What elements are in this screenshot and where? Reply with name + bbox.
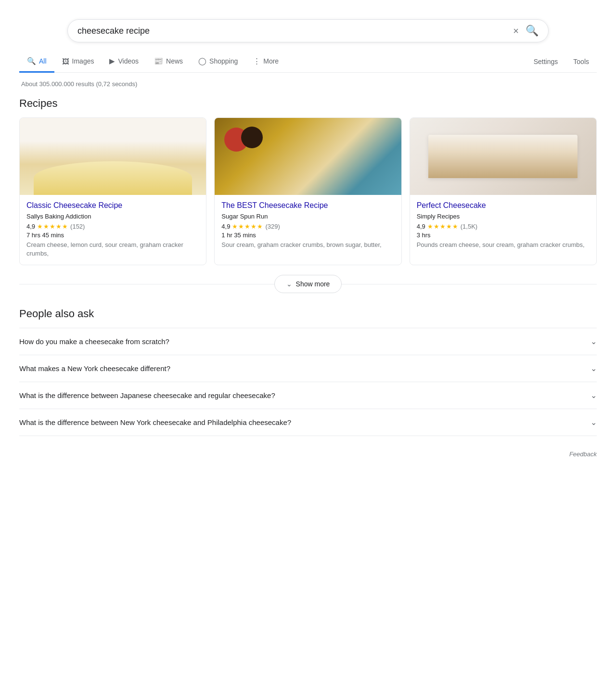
images-icon: 🖼 — [62, 57, 69, 65]
tab-shopping[interactable]: ◯ Shopping — [191, 52, 245, 73]
paa-item-4[interactable]: What is the difference between New York … — [19, 409, 597, 436]
paa-item-2[interactable]: What makes a New York cheesecake differe… — [19, 355, 597, 382]
recipe-card-3-title[interactable]: Perfect Cheesecake — [417, 201, 590, 211]
paa-section: People also ask How do you make a cheese… — [19, 308, 597, 436]
recipes-section: Recipes Classic Cheesecake Recipe Sallys… — [19, 97, 597, 293]
videos-icon: ▶ — [109, 57, 115, 65]
paa-chevron-3-icon: ⌄ — [590, 391, 597, 400]
recipe-card-1[interactable]: Classic Cheesecake Recipe Sallys Baking … — [19, 117, 206, 265]
recipe-card-3-ingredients: Pounds cream cheese, sour cream, graham … — [417, 241, 590, 249]
recipes-section-title: Recipes — [19, 97, 597, 110]
recipe-card-2-time: 1 hr 35 mins — [221, 232, 394, 239]
recipe-card-2-title[interactable]: The BEST Cheesecake Recipe — [221, 201, 394, 211]
recipe-card-1-stars: ★★★★★ — [37, 223, 68, 230]
recipe-card-1-image — [20, 118, 206, 195]
feedback[interactable]: Feedback — [19, 450, 597, 458]
recipe-card-3[interactable]: Perfect Cheesecake Simply Recipes 4,9 ★★… — [410, 117, 597, 265]
all-icon: 🔍 — [27, 57, 36, 65]
show-more-button[interactable]: ⌄ Show more — [274, 275, 342, 293]
recipe-card-2-body: The BEST Cheesecake Recipe Sugar Spun Ru… — [215, 195, 401, 256]
paa-chevron-1-icon: ⌄ — [590, 337, 597, 346]
paa-question-2: What makes a New York cheesecake differe… — [19, 364, 170, 373]
recipe-card-3-body: Perfect Cheesecake Simply Recipes 4,9 ★★… — [410, 195, 596, 256]
paa-item-1[interactable]: How do you make a cheesecake from scratc… — [19, 328, 597, 355]
recipe-card-2-rating-value: 4,9 — [221, 223, 230, 230]
news-icon: 📰 — [154, 57, 163, 65]
paa-chevron-4-icon: ⌄ — [590, 418, 597, 427]
recipe-card-2-stars: ★★★★★ — [232, 223, 263, 230]
recipe-card-1-source: Sallys Baking Addiction — [26, 213, 199, 220]
search-icon[interactable]: 🔍 — [526, 25, 539, 37]
tab-news-label: News — [166, 57, 183, 65]
recipe-cards: Classic Cheesecake Recipe Sallys Baking … — [19, 117, 597, 265]
recipe-card-2-image — [215, 118, 401, 195]
search-icons: × 🔍 — [513, 25, 539, 37]
tab-images[interactable]: 🖼 Images — [54, 52, 102, 73]
recipe-card-3-stars: ★★★★★ — [427, 223, 459, 230]
paa-question-4: What is the difference between New York … — [19, 418, 291, 426]
show-more-label: Show more — [296, 280, 330, 288]
results-count: About 305.000.000 results (0,72 seconds) — [21, 80, 597, 88]
clear-icon[interactable]: × — [513, 26, 519, 37]
tab-all-label: All — [39, 57, 47, 65]
recipe-card-3-time: 3 hrs — [417, 232, 590, 239]
paa-question-3: What is the difference between Japanese … — [19, 391, 275, 399]
paa-question-1: How do you make a cheesecake from scratc… — [19, 337, 169, 346]
tab-images-label: Images — [72, 57, 94, 65]
recipe-card-3-source: Simply Recipes — [417, 213, 590, 220]
tab-news[interactable]: 📰 News — [146, 52, 191, 73]
recipe-card-1-rating-value: 4,9 — [26, 223, 35, 230]
paa-title: People also ask — [19, 308, 597, 320]
recipe-card-2[interactable]: The BEST Cheesecake Recipe Sugar Spun Ru… — [214, 117, 401, 265]
tab-all[interactable]: 🔍 All — [19, 52, 54, 73]
recipe-card-1-ingredients: Cream cheese, lemon curd, sour cream, gr… — [26, 241, 199, 258]
paa-item-3[interactable]: What is the difference between Japanese … — [19, 382, 597, 409]
tab-videos-label: Videos — [118, 57, 139, 65]
tab-more-label: More — [263, 57, 279, 65]
recipe-card-2-source: Sugar Spun Run — [221, 213, 394, 220]
search-input[interactable] — [77, 26, 513, 36]
recipe-card-3-image — [410, 118, 596, 195]
show-more-chevron-icon: ⌄ — [286, 280, 292, 288]
shopping-icon: ◯ — [198, 57, 206, 65]
recipe-card-1-count: (152) — [70, 223, 85, 230]
more-icon: ⋮ — [253, 57, 260, 65]
recipe-card-2-ingredients: Sour cream, graham cracker crumbs, brown… — [221, 241, 394, 249]
recipe-card-3-count: (1,5K) — [461, 223, 477, 230]
paa-chevron-2-icon: ⌄ — [590, 364, 597, 373]
recipe-card-2-count: (329) — [265, 223, 280, 230]
recipe-card-3-rating-value: 4,9 — [417, 223, 425, 230]
recipe-card-1-body: Classic Cheesecake Recipe Sallys Baking … — [20, 195, 206, 265]
search-bar: × 🔍 — [67, 19, 549, 42]
recipe-card-1-time: 7 hrs 45 mins — [26, 232, 199, 239]
show-more-wrapper: ⌄ Show more — [19, 275, 597, 293]
tools-link[interactable]: Tools — [565, 53, 597, 71]
tab-shopping-label: Shopping — [209, 57, 238, 65]
nav-tabs: 🔍 All 🖼 Images ▶ Videos 📰 News ◯ Shoppin… — [19, 52, 597, 73]
settings-link[interactable]: Settings — [526, 53, 566, 71]
recipe-card-1-rating: 4,9 ★★★★★ (152) — [26, 223, 199, 230]
recipe-card-3-rating: 4,9 ★★★★★ (1,5K) — [417, 223, 590, 230]
tab-more[interactable]: ⋮ More — [245, 52, 286, 73]
tab-videos[interactable]: ▶ Videos — [102, 52, 146, 73]
recipe-card-2-rating: 4,9 ★★★★★ (329) — [221, 223, 394, 230]
recipe-card-1-title[interactable]: Classic Cheesecake Recipe — [26, 201, 199, 211]
